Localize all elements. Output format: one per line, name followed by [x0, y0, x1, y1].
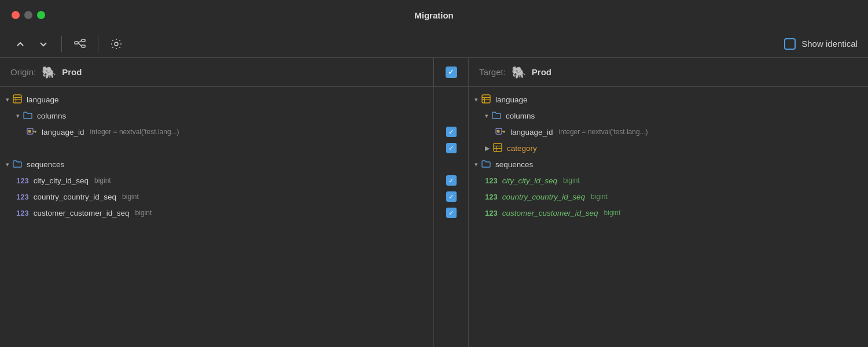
list-item: [0, 140, 433, 156]
toolbar-divider: [61, 36, 62, 52]
table-icon: [13, 94, 22, 105]
settings-icon: [110, 38, 123, 50]
checkbox-row: [446, 172, 457, 189]
tree-item-label: columns: [37, 112, 66, 120]
tree-item-label: country_country_id_seq: [502, 193, 585, 201]
tree-item-label: language_id: [510, 128, 553, 136]
tree-item-type: bigint: [591, 193, 608, 201]
diagram-button[interactable]: [70, 35, 90, 53]
svg-rect-2: [82, 45, 85, 47]
chevron-down-icon: ▾: [475, 96, 478, 104]
list-item[interactable]: ▾ columns: [0, 108, 433, 124]
show-identical-checkbox[interactable]: [784, 38, 796, 50]
tree-item-type: integer = nextval('test.lang...): [90, 128, 179, 136]
chevron-right-icon: ▶: [485, 145, 490, 152]
header-checkbox-area: [434, 58, 469, 86]
tree-item-label: city_city_id_seq: [502, 176, 557, 185]
list-item[interactable]: ▾ columns: [469, 108, 868, 124]
target-label: Target:: [479, 67, 506, 77]
sequence-icon: 123: [16, 193, 29, 201]
tree-item-label: category: [507, 144, 537, 153]
tree-item-type: bigint: [122, 193, 139, 201]
chevron-down-icon: ▾: [6, 96, 9, 104]
checkbox-row: [446, 205, 457, 221]
minimize-button[interactable]: [24, 11, 32, 19]
chevron-down-icon: ▾: [475, 161, 478, 168]
chevron-up-icon: [14, 38, 27, 50]
table-icon: [493, 143, 502, 154]
list-item[interactable]: 123 customer_customer_id_seq bigint: [469, 205, 868, 221]
list-item[interactable]: ▾ sequences: [0, 156, 433, 172]
collapse-button[interactable]: [10, 35, 30, 53]
column-key-icon: [27, 127, 37, 138]
target-panel: ▾ language ▾ columns: [469, 87, 868, 347]
list-item[interactable]: language_id integer = nextval('test.lang…: [469, 124, 868, 140]
maximize-button[interactable]: [37, 11, 45, 19]
title-bar: Migration: [0, 0, 868, 30]
settings-button[interactable]: [106, 35, 126, 53]
tree-item-label: language_id: [42, 128, 84, 136]
svg-rect-0: [75, 42, 78, 44]
toolbar-divider-2: [98, 36, 98, 52]
sequence-icon: 123: [485, 176, 498, 185]
tree-item-label: city_city_id_seq: [34, 176, 89, 185]
header-origin: Origin: 🐘 Prod: [0, 58, 434, 86]
chevron-down-icon: ▾: [485, 112, 488, 120]
folder-icon: [492, 111, 501, 121]
tree-item-label: country_country_id_seq: [34, 193, 116, 201]
chevron-down-icon: ▾: [16, 112, 20, 120]
sequence-icon: 123: [16, 176, 29, 185]
header-row: Origin: 🐘 Prod Target: 🐘 Prod: [0, 58, 868, 87]
origin-label: Origin:: [10, 67, 36, 77]
sequence-icon: 123: [485, 209, 498, 217]
list-item[interactable]: language_id integer = nextval('test.lang…: [0, 124, 433, 140]
list-item[interactable]: ▾ language: [0, 91, 433, 108]
svg-rect-1: [82, 39, 85, 42]
show-identical-label[interactable]: Show identical: [801, 39, 858, 49]
list-item[interactable]: 123 country_country_id_seq bigint: [469, 189, 868, 205]
extra-checkbox[interactable]: [446, 143, 457, 153]
language-id-checkbox[interactable]: [446, 127, 457, 137]
origin-pg-icon: 🐘: [42, 65, 56, 79]
svg-point-23: [498, 131, 499, 132]
customer-seq-checkbox[interactable]: [446, 208, 457, 218]
target-db-name: Prod: [532, 67, 551, 77]
expand-button[interactable]: [34, 35, 53, 53]
tree-item-type: bigint: [94, 176, 111, 184]
folder-icon: [13, 160, 22, 169]
checkbox-row: [446, 140, 457, 156]
list-item[interactable]: 123 city_city_id_seq bigint: [469, 172, 868, 189]
close-button[interactable]: [12, 11, 20, 19]
list-item[interactable]: 123 customer_customer_id_seq bigint: [0, 205, 433, 221]
header-select-all-checkbox[interactable]: [446, 67, 457, 78]
folder-icon: [23, 111, 32, 121]
tree-item-type: bigint: [563, 176, 580, 184]
tree-item-type: bigint: [135, 209, 152, 217]
toolbar: Show identical: [0, 30, 868, 58]
tree-item-label: customer_customer_id_seq: [502, 209, 598, 217]
main-content: ▾ language ▾ columns: [0, 87, 868, 347]
toolbar-left: [10, 35, 126, 53]
diagram-icon: [73, 38, 86, 50]
window-title: Migration: [414, 10, 454, 20]
svg-rect-15: [482, 95, 490, 103]
list-item[interactable]: ▶ category: [469, 140, 868, 156]
list-item[interactable]: 123 country_country_id_seq bigint: [0, 189, 433, 205]
table-icon: [481, 94, 491, 105]
country-seq-checkbox[interactable]: [446, 191, 457, 202]
tree-item-label: language: [27, 95, 59, 104]
chevron-down-icon: [37, 38, 50, 50]
tree-item-type: bigint: [604, 209, 621, 217]
chevron-down-icon: ▾: [6, 161, 9, 168]
checkbox-row: [446, 124, 457, 140]
list-item[interactable]: ▾ language: [469, 91, 868, 108]
tree-item-label: customer_customer_id_seq: [34, 209, 130, 217]
folder-icon: [481, 160, 491, 169]
list-item[interactable]: ▾ sequences: [469, 156, 868, 172]
column-key-icon: [495, 127, 506, 138]
list-item[interactable]: 123 city_city_id_seq bigint: [0, 172, 433, 189]
svg-point-14: [29, 131, 30, 132]
svg-rect-24: [494, 143, 502, 152]
city-seq-checkbox[interactable]: [446, 175, 457, 186]
window-controls: [12, 11, 45, 19]
